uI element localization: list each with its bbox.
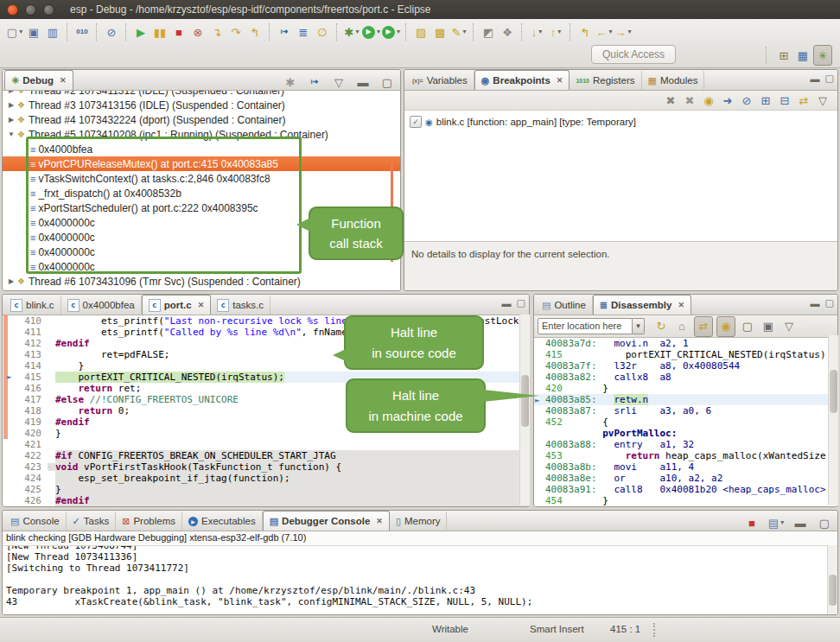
thread-row[interactable]: ▼❖Thread #5 1073410208 (ipc1 : Running) …	[3, 127, 400, 142]
tab-outline[interactable]: ▤Outline	[536, 296, 593, 315]
code-line[interactable]: 421	[3, 439, 529, 450]
debug-perspective-icon[interactable]: ✳	[813, 45, 832, 66]
close-icon[interactable]: ✕	[198, 301, 205, 309]
stack-frame[interactable]: ≡0x4000000c	[3, 245, 400, 259]
stack-frame[interactable]: ≡vPortCPUReleaseMutex() at port.c:415 0x…	[3, 156, 400, 171]
disassembly-row[interactable]: 40083a91: call8 0x40081b20 <heap_caps_ma…	[534, 484, 837, 495]
disassembly-listing[interactable]: 40083a7d: movi.n a2, 1415 portEXIT_CRITI…	[534, 338, 837, 506]
code-line[interactable]: 413 ret=pdFALSE;	[3, 349, 529, 360]
stack-frame[interactable]: ≡xPortStartScheduler() at port.c:222 0x4…	[3, 200, 400, 215]
code-line[interactable]: 418 return 0;	[3, 405, 529, 416]
window-minimize-button[interactable]	[25, 4, 36, 16]
refresh-icon[interactable]: ↻	[652, 317, 670, 336]
console-scrollbar[interactable]	[827, 545, 837, 614]
tab-console[interactable]: ▤Console	[4, 512, 67, 531]
quick-access-field[interactable]: Quick Access	[591, 45, 676, 64]
stack-frame[interactable]: ≡0x4000000c	[3, 259, 400, 274]
tab-disassembly[interactable]: ≣Disassembly✕	[593, 295, 691, 315]
chevron-down-icon[interactable]: ▼	[633, 318, 645, 334]
breakpoint-checkbox[interactable]: ✓	[410, 116, 422, 128]
code-line[interactable]: 423◦void vPortFirstTaskHook(TaskFunction…	[3, 461, 529, 473]
close-icon[interactable]: ✕	[557, 76, 563, 85]
step-return-icon[interactable]: ↰	[246, 22, 264, 41]
expander-icon[interactable]: ▼	[7, 130, 16, 138]
location-input[interactable]: Enter location here	[538, 318, 633, 334]
debugger-console-output[interactable]: [New Thread 1073468744][New Thread 10734…	[3, 546, 837, 614]
thread-row[interactable]: ▶❖Thread #3 1073413156 (IDLE) (Suspended…	[3, 98, 400, 112]
close-icon[interactable]: ✕	[376, 517, 383, 525]
show-debug-columns-icon[interactable]: ≣	[295, 22, 312, 41]
tab-memory[interactable]: ▯Memory	[390, 512, 448, 531]
disassembly-row[interactable]: 40083a87: srli a3, a0, 6	[534, 405, 837, 416]
new-view-icon[interactable]: ▢	[739, 317, 756, 336]
forward-icon[interactable]: →▾	[614, 22, 632, 41]
collapse-all-icon[interactable]: ⊟	[776, 91, 793, 110]
tab-registers[interactable]: 1010Registers	[570, 71, 641, 90]
code-line[interactable]: 414 }	[3, 360, 529, 372]
disconnect-icon[interactable]: ⊗	[189, 22, 207, 41]
display-selected-console-icon[interactable]: ▤▾	[767, 513, 785, 532]
search-icon[interactable]: ✎▾	[450, 22, 468, 41]
tab-debugger-console[interactable]: ▤Debugger Console✕	[263, 511, 390, 531]
remove-all-icon[interactable]: ✖	[681, 91, 698, 110]
tab-tasks[interactable]: ✓Tasks	[67, 512, 117, 531]
minimize-icon[interactable]: ▬	[792, 513, 809, 532]
code-line[interactable]: 412#endif	[3, 338, 529, 349]
back-icon[interactable]: ←▾	[595, 22, 613, 41]
disassembly-row[interactable]: 40083a7d: movi.n a2, 1	[534, 338, 837, 349]
disassembly-row[interactable]: 452 {	[534, 416, 837, 428]
code-line[interactable]: 416 return ret;	[3, 383, 529, 394]
tab-tasks-c[interactable]: ctasks.c	[211, 296, 270, 315]
code-line[interactable]: 417#else //!CONFIG_FREERTOS_UNICORE	[3, 394, 529, 405]
disassembly-row[interactable]: 40083a82: callx8 a8	[534, 372, 837, 383]
toggle-mark-occurrences-icon[interactable]: ◩	[480, 22, 497, 41]
thread-row[interactable]: ▶❖Thread #4 1073432224 (dport) (Suspende…	[3, 112, 400, 127]
pin-editor-icon[interactable]: ❖	[499, 22, 516, 41]
open-perspective-icon[interactable]: ⊞	[775, 46, 792, 65]
stack-frame[interactable]: ≡0x4000000c	[3, 230, 400, 245]
view-menu-icon[interactable]: ▽	[330, 73, 347, 92]
run-icon[interactable]: ▶▾	[362, 22, 380, 41]
suspend-icon[interactable]: ▮▮	[151, 22, 169, 41]
terminate-icon[interactable]: ■	[170, 22, 188, 41]
skip-all-breakpoints-icon[interactable]: ⊘	[103, 22, 120, 41]
expander-icon[interactable]: ▶	[7, 116, 16, 124]
open-resource-icon[interactable]: ▩	[431, 22, 449, 41]
sync-selection-icon[interactable]: ⇄	[694, 316, 713, 337]
maximize-icon[interactable]: ▢	[379, 73, 396, 92]
maximize-icon[interactable]: ▢	[825, 73, 834, 84]
close-icon[interactable]: ✕	[678, 301, 684, 309]
save-icon[interactable]: ▣	[25, 22, 42, 41]
maximize-icon[interactable]: ▢	[517, 297, 525, 308]
binary-file-icon[interactable]: 010	[73, 22, 91, 41]
code-line[interactable]: 420}	[3, 428, 529, 439]
window-close-button[interactable]	[7, 4, 18, 16]
go-to-file-icon[interactable]: ➜	[719, 91, 736, 110]
home-icon[interactable]: ⌂	[673, 317, 690, 336]
disassembly-row[interactable]: 453 return heap_caps_malloc(xWantedSize	[534, 450, 837, 461]
view-menu-icon[interactable]: ▽	[814, 91, 831, 110]
tab-port-c[interactable]: cport.c✕	[142, 295, 212, 315]
minimize-icon[interactable]: ▬	[502, 298, 512, 308]
source-editor-port-c[interactable]: 410 ets_printf("Last non-recursive lock …	[3, 315, 529, 506]
disassembly-row[interactable]: ►40083a85: retw.n	[534, 394, 837, 405]
code-line[interactable]: 411 ets_printf("Called by %s line %d\n",…	[3, 327, 529, 338]
close-icon[interactable]: ✕	[60, 76, 67, 85]
tab-blink-c[interactable]: cblink.c	[4, 296, 61, 315]
resume-icon[interactable]: ▶	[132, 22, 150, 41]
open-element-icon[interactable]: ▨	[412, 22, 430, 41]
open-new-icon[interactable]: ▣	[760, 317, 777, 336]
window-maximize-button[interactable]	[43, 4, 54, 16]
step-into-icon[interactable]: ↴	[208, 22, 226, 41]
minimize-icon[interactable]: ▬	[811, 73, 820, 84]
expand-all-icon[interactable]: ⊞	[757, 91, 774, 110]
disassembly-row[interactable]: 40083a88: entry a1, 32	[534, 439, 837, 450]
external-tools-icon[interactable]: ▶▾	[382, 22, 400, 41]
disassembly-row[interactable]: 415 portEXIT_CRITICAL_NESTED(irqStatus)	[534, 349, 837, 360]
tab-breakpoints[interactable]: ◉Breakpoints✕	[474, 70, 570, 90]
instruction-stepping-icon[interactable]: i➜	[276, 22, 293, 41]
disassembly-row[interactable]: 420 }	[534, 383, 837, 394]
expander-icon[interactable]: ▶	[7, 91, 16, 94]
disassembly-row[interactable]: pvPortMalloc:	[534, 428, 837, 439]
tab-modules[interactable]: ▦Modules	[642, 71, 705, 90]
